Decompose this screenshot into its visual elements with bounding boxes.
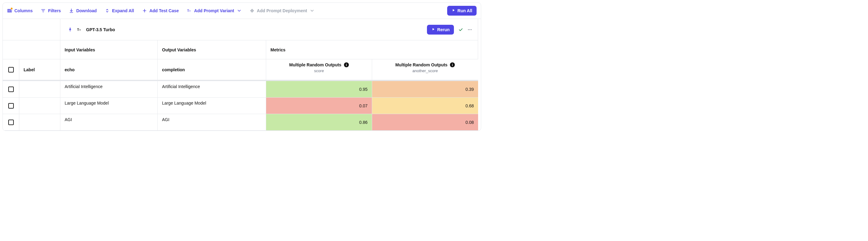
expand-all-button[interactable]: Expand All bbox=[105, 8, 134, 13]
row-echo-text: Artificial Intelligence bbox=[65, 84, 103, 89]
metric1-header: Multiple Random Outputs i score bbox=[266, 59, 372, 80]
row-score-cell[interactable]: 0.95 bbox=[266, 81, 372, 98]
row-another-score-cell[interactable]: 0.08 bbox=[372, 114, 478, 131]
row-score-cell[interactable]: 0.07 bbox=[266, 98, 372, 114]
svg-text:T: T bbox=[77, 28, 79, 32]
row-score-cell[interactable]: 0.86 bbox=[266, 114, 372, 131]
row-another-score-cell[interactable]: 0.39 bbox=[372, 81, 478, 98]
row-label-cell[interactable] bbox=[19, 114, 60, 131]
row-score-value: 0.95 bbox=[359, 87, 368, 92]
svg-rect-0 bbox=[8, 9, 8, 12]
row-checkbox[interactable] bbox=[8, 103, 14, 109]
info-icon[interactable]: i bbox=[344, 62, 349, 67]
select-all-checkbox[interactable] bbox=[8, 67, 14, 72]
svg-point-13 bbox=[468, 29, 469, 30]
label-header-text: Label bbox=[24, 67, 35, 72]
section-blank-1 bbox=[3, 40, 19, 59]
svg-point-15 bbox=[471, 29, 472, 30]
svg-rect-1 bbox=[9, 9, 10, 12]
svg-point-14 bbox=[469, 29, 470, 30]
metric1-sub: score bbox=[314, 69, 324, 73]
filters-label: Filters bbox=[48, 8, 61, 13]
svg-text:T: T bbox=[189, 10, 190, 12]
section-metrics-label: Metrics bbox=[271, 47, 285, 52]
deploy-icon bbox=[250, 8, 254, 13]
row-checkbox[interactable] bbox=[8, 119, 14, 125]
row-select-cell bbox=[3, 81, 19, 98]
add-prompt-variant-label: Add Prompt Variant bbox=[194, 8, 234, 13]
download-button[interactable]: Download bbox=[69, 8, 97, 13]
variant-name: GPT-3.5 Turbo bbox=[86, 27, 115, 32]
section-output: Output Variables bbox=[158, 40, 266, 59]
plus-icon bbox=[142, 8, 147, 13]
row-completion-cell[interactable]: Large Language Model bbox=[158, 98, 266, 114]
variant-blank-2 bbox=[19, 19, 60, 40]
expand-icon bbox=[105, 8, 110, 13]
filters-button[interactable]: Filters bbox=[41, 8, 61, 13]
columns-button[interactable]: Columns bbox=[7, 8, 33, 13]
svg-rect-10 bbox=[70, 30, 70, 32]
section-output-label: Output Variables bbox=[162, 47, 196, 52]
row-checkbox[interactable] bbox=[8, 87, 14, 92]
text-variant-icon: TT bbox=[77, 27, 82, 32]
notification-dot bbox=[10, 7, 13, 10]
text-icon: TT bbox=[187, 8, 192, 13]
row-completion-text: Artificial Intelligence bbox=[162, 84, 200, 89]
row-another-score-value: 0.08 bbox=[466, 120, 474, 125]
row-echo-cell[interactable]: Artificial Intelligence bbox=[60, 81, 158, 98]
add-prompt-deployment-label: Add Prompt Deployment bbox=[257, 8, 307, 13]
variant-blank-1 bbox=[3, 19, 19, 40]
add-test-case-label: Add Test Case bbox=[150, 8, 179, 13]
label-header: Label bbox=[19, 59, 60, 80]
section-input: Input Variables bbox=[60, 40, 158, 59]
row-echo-text: AGI bbox=[65, 117, 72, 122]
play-icon bbox=[452, 8, 456, 13]
rerun-label: Rerun bbox=[437, 27, 450, 32]
chevron-down-icon bbox=[310, 8, 315, 13]
row-select-cell bbox=[3, 98, 19, 114]
pin-icon[interactable] bbox=[68, 27, 72, 32]
completion-header: completion bbox=[158, 59, 266, 80]
download-icon bbox=[69, 8, 74, 13]
completion-header-text: completion bbox=[162, 67, 185, 72]
row-score-value: 0.07 bbox=[359, 103, 368, 108]
columns-icon bbox=[7, 8, 12, 13]
section-metrics: Metrics bbox=[266, 40, 478, 59]
check-icon bbox=[458, 27, 463, 32]
row-label-cell[interactable] bbox=[19, 81, 60, 98]
columns-label: Columns bbox=[14, 8, 33, 13]
add-prompt-variant-button[interactable]: TT Add Prompt Variant bbox=[187, 8, 242, 13]
add-prompt-deployment-button[interactable]: Add Prompt Deployment bbox=[250, 8, 315, 13]
row-echo-cell[interactable]: Large Language Model bbox=[60, 98, 158, 114]
select-all-cell bbox=[3, 59, 19, 80]
row-completion-cell[interactable]: AGI bbox=[158, 114, 266, 131]
variant-header: TT GPT-3.5 Turbo Rerun bbox=[60, 19, 478, 40]
rerun-button[interactable]: Rerun bbox=[427, 25, 454, 35]
toolbar: Columns Filters Download Expand All Add … bbox=[3, 3, 481, 19]
row-completion-cell[interactable]: Artificial Intelligence bbox=[158, 81, 266, 98]
info-icon[interactable]: i bbox=[450, 62, 455, 67]
row-echo-cell[interactable]: AGI bbox=[60, 114, 158, 131]
echo-header: echo bbox=[60, 59, 158, 80]
play-icon bbox=[431, 27, 435, 32]
evaluation-table: Columns Filters Download Expand All Add … bbox=[2, 2, 481, 131]
run-all-button[interactable]: Run All bbox=[447, 6, 476, 15]
row-completion-text: AGI bbox=[162, 117, 169, 122]
row-completion-text: Large Language Model bbox=[162, 101, 206, 105]
download-label: Download bbox=[76, 8, 97, 13]
chevron-down-icon bbox=[237, 8, 242, 13]
expand-all-label: Expand All bbox=[112, 8, 134, 13]
section-input-label: Input Variables bbox=[65, 47, 95, 52]
metric2-title: Multiple Random Outputs bbox=[395, 62, 447, 67]
row-label-cell[interactable] bbox=[19, 98, 60, 114]
more-menu-icon[interactable] bbox=[467, 27, 472, 32]
add-test-case-button[interactable]: Add Test Case bbox=[142, 8, 179, 13]
row-echo-text: Large Language Model bbox=[65, 101, 109, 105]
echo-header-text: echo bbox=[65, 67, 75, 72]
row-another-score-cell[interactable]: 0.68 bbox=[372, 98, 478, 114]
row-score-value: 0.86 bbox=[359, 120, 368, 125]
run-all-label: Run All bbox=[458, 8, 472, 13]
metric1-title: Multiple Random Outputs bbox=[289, 62, 341, 67]
row-another-score-value: 0.39 bbox=[466, 87, 474, 92]
metric2-header: Multiple Random Outputs i another_score bbox=[372, 59, 478, 80]
